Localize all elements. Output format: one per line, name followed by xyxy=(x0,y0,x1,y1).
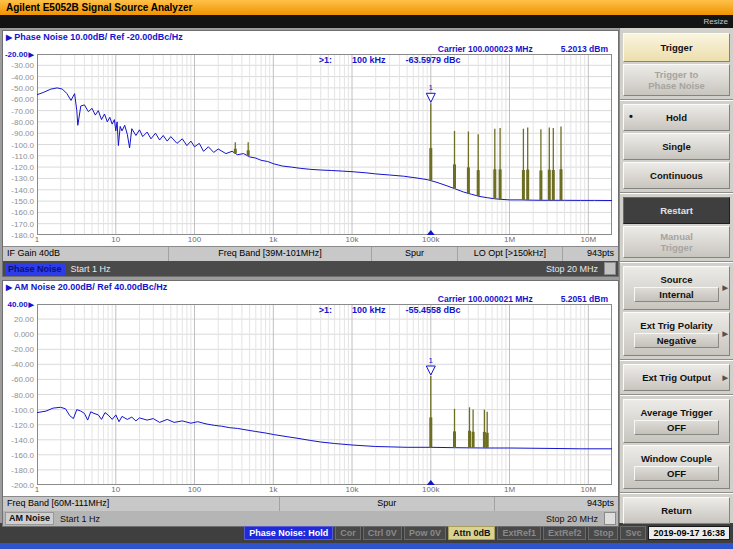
softkey-source[interactable]: SourceInternal▶ xyxy=(623,266,730,310)
menu-separator xyxy=(620,492,733,494)
am-noise-trace-label: ▶AM Noise 20.00dB/ Ref 40.00dBc/Hz xyxy=(3,281,618,294)
y-tick-label: -180.0 xyxy=(11,466,34,475)
softkey-value: Internal xyxy=(634,287,719,302)
y-tick-label: -170.0 xyxy=(11,220,34,229)
setting-cell-lo-opt-150khz: LO Opt [>150kHz] xyxy=(458,247,563,261)
softkey-ext-trig-output[interactable]: Ext Trig Output▶ xyxy=(623,364,730,391)
am-noise-carrier-row: Carrier 100.000021 MHz 5.2051 dBm xyxy=(3,294,618,304)
x-tick-label: 10k xyxy=(346,485,359,494)
y-tick-label: -90.00 xyxy=(11,129,34,138)
menu-separator xyxy=(620,261,733,263)
carrier-power: 5.2051 dBm xyxy=(561,294,608,304)
x-tick-label: 100 xyxy=(188,485,201,494)
softkey-continuous[interactable]: Continuous xyxy=(623,162,730,189)
top-strip: Resize xyxy=(0,15,733,28)
x-tick-label: 10 xyxy=(111,485,120,494)
app-title: Agilent E5052B Signal Source Analyzer xyxy=(6,2,192,13)
am-noise-y-axis: 40.00▶20.000.000-20.00-40.00-60.00-80.00… xyxy=(3,304,37,485)
y-tick-label: -70.00 xyxy=(11,107,34,116)
carrier-power: 5.2013 dBm xyxy=(561,44,608,54)
softkey-value: OFF xyxy=(634,466,719,481)
window-name-badge[interactable]: Phase Noise xyxy=(5,263,65,275)
x-tick-label: 1M xyxy=(504,235,515,244)
window-resize-grip[interactable] xyxy=(604,512,616,525)
y-tick-label: -120.0 xyxy=(11,163,34,172)
window-resize-grip[interactable] xyxy=(604,262,616,275)
phase-noise-settings-bar: IF Gain 40dBFreq Band [39M-101MHz]SpurLO… xyxy=(3,246,618,261)
x-tick-label: 1 xyxy=(35,485,39,494)
softkey-window-couple[interactable]: Window CoupleOFF xyxy=(623,445,730,489)
status-item-extref1: ExtRef1 xyxy=(497,526,541,540)
svg-text:1: 1 xyxy=(429,83,434,92)
submenu-arrow-icon: ▶ xyxy=(723,330,728,338)
carrier-frequency: Carrier 100.000023 MHz xyxy=(438,44,533,54)
menu-separator xyxy=(620,192,733,194)
y-tick-label: -40.00 xyxy=(11,360,34,369)
am-noise-plot[interactable]: 1 >1:100 kHz-55.4558 dBc xyxy=(37,304,612,485)
y-tick-label: 20.00 xyxy=(14,315,34,324)
softkey-return[interactable]: Return xyxy=(623,497,730,524)
y-tick-label: -100.0 xyxy=(11,406,34,415)
status-item-attn-0db[interactable]: Attn 0dB xyxy=(448,526,496,540)
softkey-trigger[interactable]: Trigger xyxy=(623,33,730,62)
setting-cell-spur: Spur xyxy=(372,247,458,261)
softkey-average-trigger[interactable]: Average TriggerOFF xyxy=(623,399,730,443)
status-item-cor: Cor xyxy=(335,526,361,540)
start-frequency: Start 1 Hz xyxy=(60,514,100,524)
softkey-value: Negative xyxy=(634,333,719,348)
am-noise-x-axis: 1101001k10k100k1M10M xyxy=(3,485,618,496)
x-tick-label: 1M xyxy=(504,485,515,494)
am-noise-marker-readout: >1:100 kHz-55.4558 dBc xyxy=(319,305,461,315)
x-tick-label: 10k xyxy=(346,235,359,244)
x-tick-label: 10 xyxy=(111,235,120,244)
app-window: Agilent E5052B Signal Source Analyzer Re… xyxy=(0,0,733,549)
softkey-hold[interactable]: Hold• xyxy=(623,104,730,131)
y-tick-label: -110.0 xyxy=(12,152,34,161)
x-tick-label: 1k xyxy=(269,485,277,494)
y-tick-label: -130.0 xyxy=(11,174,34,183)
y-tick-label: -140.0 xyxy=(11,436,34,445)
stop-frequency: Stop 20 MHz xyxy=(546,514,598,524)
stop-frequency: Stop 20 MHz xyxy=(546,264,598,274)
setting-cell-spur: Spur xyxy=(280,497,495,511)
y-tick-label: -80.00 xyxy=(11,391,34,400)
menu-separator xyxy=(620,99,733,101)
y-tick-label: -160.0 xyxy=(11,208,34,217)
softkey-single[interactable]: Single xyxy=(623,133,730,160)
status-item-extref2: ExtRef2 xyxy=(543,526,587,540)
phase-noise-carrier-row: Carrier 100.000023 MHz 5.2013 dBm xyxy=(3,44,618,54)
x-tick-label: 100k xyxy=(422,485,439,494)
phase-noise-plot[interactable]: 1 >1:100 kHz-63.5979 dBc xyxy=(37,54,612,235)
y-tick-label: -30.00 xyxy=(11,61,34,70)
status-item-phase-noise-hold[interactable]: Phase Noise: Hold xyxy=(244,526,333,540)
status-item-pow-0v: Pow 0V xyxy=(404,526,446,540)
softkey-menu: TriggerTrigger toPhase NoiseHold•SingleC… xyxy=(619,28,733,523)
phase-noise-y-axis: -20.00▶-30.00-40.00-50.00-60.00-70.00-80… xyxy=(3,54,37,235)
y-tick-label: -20.00 xyxy=(11,345,34,354)
y-tick-label: -160.0 xyxy=(11,451,34,460)
softkey-ext-trig-polarity[interactable]: Ext Trig PolarityNegative▶ xyxy=(623,312,730,356)
setting-cell-freq-band-60m-111mhz: Freq Band [60M-111MHz] xyxy=(3,497,280,511)
ref-level-arrow-icon: ▶ xyxy=(29,301,34,308)
x-tick-label: 100 xyxy=(188,235,201,244)
ref-level-arrow-icon: ▶ xyxy=(29,51,34,58)
y-tick-label: -150.0 xyxy=(11,197,34,206)
submenu-arrow-icon: ▶ xyxy=(723,374,728,382)
setting-cell-943pts: 943pts xyxy=(495,497,618,511)
resize-button[interactable]: Resize xyxy=(704,17,733,26)
y-tick-label: -140.0 xyxy=(11,186,34,195)
softkey-restart[interactable]: Restart xyxy=(623,197,730,224)
status-item-ctrl-0v: Ctrl 0V xyxy=(363,526,402,540)
chart-column: ▶Phase Noise 10.00dB/ Ref -20.00dBc/Hz C… xyxy=(0,28,619,523)
trace-arrow-icon: ▶ xyxy=(6,33,12,42)
x-tick-label: 100k xyxy=(422,235,439,244)
selected-bullet-icon: • xyxy=(629,110,633,122)
phase-noise-trace-label: ▶Phase Noise 10.00dB/ Ref -20.00dBc/Hz xyxy=(3,31,618,44)
phase-noise-x-axis: 1101001k10k100k1M10M xyxy=(3,235,618,246)
setting-cell-if-gain-40db: IF Gain 40dB xyxy=(3,247,169,261)
y-tick-label: -60.00 xyxy=(11,95,34,104)
x-tick-label: 1 xyxy=(35,235,39,244)
window-name-badge[interactable]: AM Noise xyxy=(5,512,54,525)
carrier-frequency: Carrier 100.000021 MHz xyxy=(438,294,533,304)
status-item-2019-09-17-16-38: 2019-09-17 16:38 xyxy=(648,526,730,540)
